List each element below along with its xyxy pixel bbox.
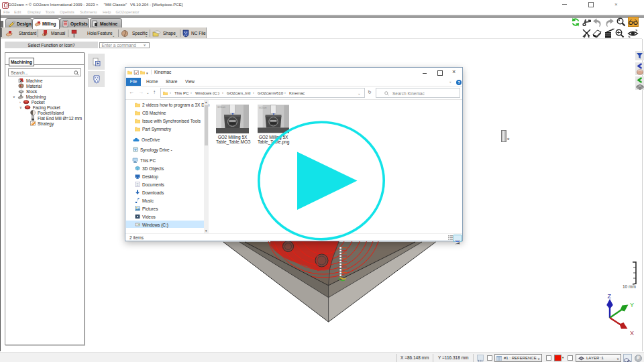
svg-text:Y: Y bbox=[630, 302, 634, 308]
svg-text:X: X bbox=[630, 330, 634, 337]
svg-text:10 mm: 10 mm bbox=[623, 284, 636, 289]
svg-text:Z: Z bbox=[608, 294, 612, 300]
svg-text:GO2cam: GO2cam bbox=[259, 107, 267, 109]
svg-text:GO2cam: GO2cam bbox=[217, 106, 226, 109]
